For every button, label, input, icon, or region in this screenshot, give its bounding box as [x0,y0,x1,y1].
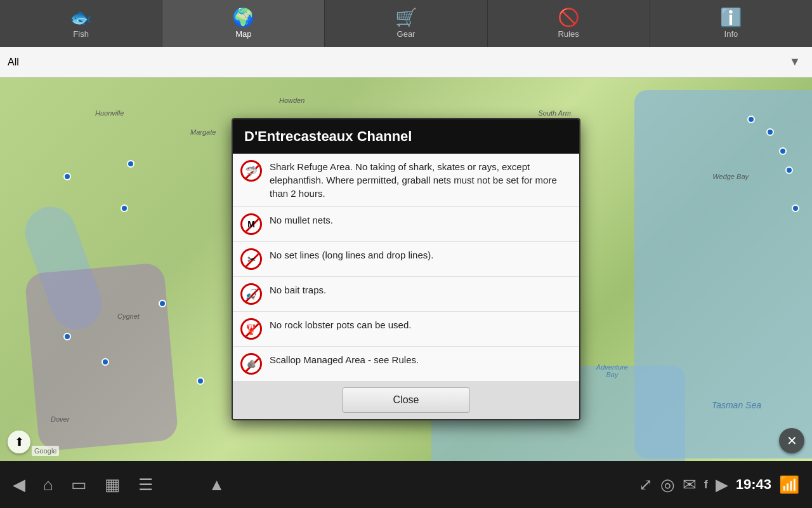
compass-button[interactable]: ⬆ [8,431,30,453]
tab-fish-label: Fish [73,29,89,39]
rule2-symbol: M [247,219,255,229]
tab-map-label: Map [235,29,251,39]
map-icon: 🌍 [232,9,254,27]
tab-rules-label: Rules [558,29,579,39]
adventure-bay-label: AdventureBay [596,363,628,378]
qr-button[interactable]: ▦ [105,475,121,495]
bottom-nav-left: ◀ ⌂ ▭ ▦ ☰ ▲ [13,475,225,495]
expand-icon[interactable]: ⤢ [639,475,653,495]
gear-icon: 🛒 [395,9,417,27]
rule4-symbol: 🎣 [245,288,258,300]
rule1-icon: 🦈 [240,160,262,182]
rule3-icon: ✂ [240,248,262,270]
map-pin[interactable] [766,128,774,136]
filter-bar: All Freshwater Saltwater ▼ [0,47,812,77]
map-pin[interactable] [102,358,109,366]
map-pin[interactable] [63,333,71,340]
wifi-icon: 📶 [779,475,799,495]
tab-info[interactable]: ℹ️ Info [650,0,812,47]
play-icon[interactable]: ▶ [716,475,728,495]
margate-label: Margate [190,128,216,136]
dover-label: Dover [51,415,69,423]
tab-gear[interactable]: 🛒 Gear [325,0,487,47]
map-pin[interactable] [747,116,755,123]
google-watermark: Google [32,446,59,456]
map-pin[interactable] [63,173,71,180]
rule-row-1: 🦈 Shark Refuge Area. No taking of shark,… [233,154,579,207]
rule6-symbol: 🪨 [247,359,256,368]
close-button[interactable]: Close [342,387,471,413]
fish-icon: 🐟 [70,9,92,27]
bottom-nav-right: ⤢ ◎ ✉ f ▶ 19:43 📶 [639,475,799,495]
recents-button[interactable]: ▭ [71,475,87,495]
map-pin[interactable] [127,160,134,168]
rule-row-5: 🦞 No rock lobster pots can be used. [233,312,579,347]
tab-gear-label: Gear [397,29,416,39]
location-icon[interactable]: ◎ [660,475,675,495]
home-button[interactable]: ⌂ [43,475,53,495]
rule-row-2: M No mullet nets. [233,207,579,242]
cygnet-label: Cygnet [117,312,140,320]
rule3-symbol: ✂ [247,253,256,265]
status-time: 19:43 [736,476,771,493]
rule6-icon: 🪨 [240,353,262,375]
filter-dropdown[interactable]: All Freshwater Saltwater [8,51,804,74]
howden-label: Howden [279,97,304,104]
rule4-text: No bait traps. [270,283,572,297]
map-pin[interactable] [779,147,787,155]
map-pin[interactable] [197,377,204,385]
rule1-text: Shark Refuge Area. No taking of shark, s… [270,160,572,200]
rule3-text: No set lines (long lines and drop lines)… [270,248,572,262]
back-button[interactable]: ◀ [13,475,25,495]
rules-icon: 🚫 [558,9,580,27]
dialog-body: 🦈 Shark Refuge Area. No taking of shark,… [233,154,579,381]
tab-fish[interactable]: 🐟 Fish [0,0,162,47]
email-icon[interactable]: ✉ [683,475,697,495]
rule5-text: No rock lobster pots can be used. [270,318,572,331]
map-pin[interactable] [159,300,166,307]
dialog-title: D'Entrecasteaux Channel [233,119,579,154]
rule-row-6: 🪨 Scallop Managed Area - see Rules. [233,347,579,381]
menu-button[interactable]: ☰ [138,475,153,495]
rule2-icon: M [240,213,262,235]
rule5-icon: 🦞 [240,318,262,340]
map-pin[interactable] [785,166,793,174]
wedge-bay-label: Wedge Bay [712,173,749,180]
tab-info-label: Info [724,29,738,39]
top-navigation: 🐟 Fish 🌍 Map 🛒 Gear 🚫 Rules ℹ️ Info [0,0,812,47]
map-close-button[interactable]: ✕ [779,428,804,453]
map-pin[interactable] [121,204,128,212]
huonville-label: Huonville [95,109,124,117]
rule6-text: Scallop Managed Area - see Rules. [270,353,572,366]
up-button[interactable]: ▲ [209,475,225,495]
info-icon: ℹ️ [720,9,742,27]
south-arm-label: South Arm [538,109,571,117]
map-pin[interactable] [792,204,799,212]
facebook-icon[interactable]: f [704,478,708,491]
tasman-sea-label: Tasman Sea [712,400,761,410]
rule-row-4: 🎣 No bait traps. [233,277,579,312]
rule-row-3: ✂ No set lines (long lines and drop line… [233,242,579,277]
dialog-footer: Close [233,381,579,419]
tab-map[interactable]: 🌍 Map [162,0,325,47]
map-area[interactable]: Wedge Bay Huonville Margate Howden South… [0,77,812,461]
rule1-symbol: 🦈 [245,165,258,177]
rule5-symbol: 🦞 [245,323,258,335]
location-dialog: D'Entrecasteaux Channel 🦈 Shark Refuge A… [232,118,580,420]
rule4-icon: 🎣 [240,283,262,305]
tab-rules[interactable]: 🚫 Rules [488,0,650,47]
purple-region [24,262,179,451]
bottom-navigation: ◀ ⌂ ▭ ▦ ☰ ▲ ⤢ ◎ ✉ f ▶ 19:43 📶 [0,461,812,508]
rule2-text: No mullet nets. [270,213,572,227]
